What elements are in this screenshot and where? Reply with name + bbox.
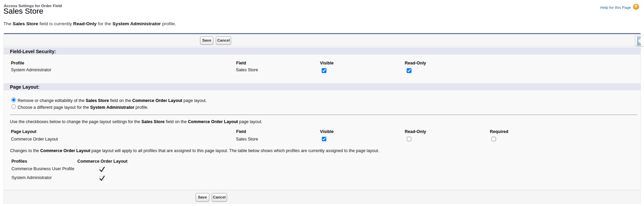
svg-text:?: ? bbox=[635, 4, 637, 9]
